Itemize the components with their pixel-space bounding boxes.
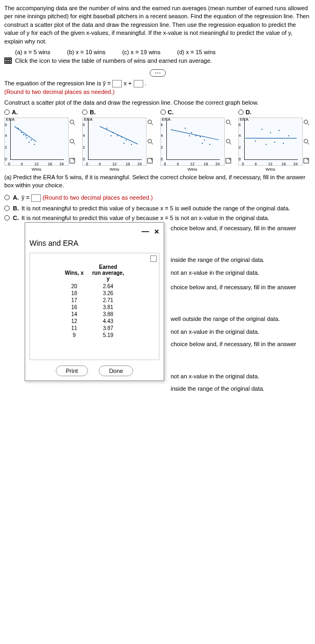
- svg-point-5: [148, 120, 152, 124]
- expand-icon[interactable]: [303, 158, 310, 164]
- part-a-text: (a) Predict the ERA for 5 wins, if it is…: [4, 173, 311, 190]
- fragment-text: not an x-value in the original data.: [171, 269, 311, 277]
- fragment-text: inside the range of the original data.: [171, 385, 311, 393]
- svg-point-7: [148, 140, 152, 143]
- graph-option-a[interactable]: A. ERA 0 6 12 18 24 0 2 4 6 Wins: [4, 109, 77, 166]
- svg-line-1: [74, 123, 75, 125]
- table-row: 95.19: [61, 332, 128, 339]
- svg-point-12: [226, 140, 230, 143]
- print-button[interactable]: Print: [56, 365, 89, 376]
- close-icon[interactable]: ✕: [154, 228, 159, 236]
- eq-post: .: [145, 80, 146, 86]
- opt-a-x: (a) x = 5 wins: [15, 49, 50, 55]
- magnifier-icon[interactable]: [303, 138, 310, 145]
- svg-line-18: [307, 143, 309, 144]
- magnifier-icon[interactable]: [147, 138, 153, 145]
- svg-point-2: [70, 140, 74, 143]
- svg-point-10: [226, 120, 230, 124]
- fragment-text: choice below and, if necessary, fill in …: [171, 340, 311, 348]
- round-note: (Round to two decimal places as needed.): [4, 89, 311, 95]
- radio-b[interactable]: [82, 109, 87, 115]
- answer-option-c[interactable]: C. It is not meaningful to predict this …: [4, 215, 311, 221]
- problem-intro: The accompanying data are the number of …: [4, 4, 311, 46]
- magnifier-icon[interactable]: [69, 138, 76, 145]
- magnifier-icon[interactable]: [225, 138, 232, 145]
- graph-option-b[interactable]: B. ERA 0 6 12 18 24 0 2 4 6 Wins: [82, 109, 155, 166]
- done-button[interactable]: Done: [99, 365, 133, 376]
- radio-c[interactable]: [160, 109, 166, 115]
- data-modal: — ✕ Wins and ERA Wins, x Earned run aver…: [25, 222, 164, 381]
- svg-line-13: [230, 143, 231, 144]
- col-header-era: Earned run average, y: [88, 263, 128, 283]
- radio-a[interactable]: [4, 109, 10, 115]
- svg-line-11: [230, 123, 231, 125]
- intercept-input[interactable]: [134, 80, 143, 87]
- click-icon-text: Click the icon to view the table of numb…: [15, 57, 212, 64]
- mini-graph-d: ERA 0 6 12 18 24 0 2 4 6 Wins: [238, 118, 303, 166]
- opt-b-x: (b) x = 10 wins: [67, 49, 106, 55]
- table-row: 163.81: [61, 304, 128, 311]
- slope-input[interactable]: [112, 80, 122, 87]
- expand-icon[interactable]: [69, 158, 76, 164]
- ellipsis-pill[interactable]: [150, 69, 166, 77]
- fragment-text: choice below and, if necessary, fill in …: [171, 224, 311, 232]
- label-a: A.: [12, 109, 18, 115]
- mini-graph-a: ERA 0 6 12 18 24 0 2 4 6 Wins: [4, 118, 69, 166]
- data-table-container: Wins, x Earned run average, y 202.64183.…: [30, 253, 159, 360]
- graph-option-d[interactable]: D. ERA 0 6 12 18 24 0 2 4 6 Wins: [238, 109, 311, 166]
- svg-point-0: [70, 120, 74, 124]
- scatter-prompt: Construct a scatter plot of the data and…: [4, 99, 311, 106]
- yhat-input[interactable]: [31, 194, 41, 202]
- svg-line-3: [74, 143, 75, 144]
- eq-mid: x +: [124, 80, 134, 86]
- obscured-text-fragments: choice below and, if necessary, fill in …: [171, 224, 311, 393]
- fragment-text: not an x-value in the original data.: [171, 328, 311, 336]
- table-row: 202.64: [61, 283, 128, 290]
- mini-graph-c: ERA 0 6 12 18 24 0 2 4 6 Wins: [160, 118, 225, 166]
- eq-pre: The equation of the regression line is ŷ…: [4, 80, 112, 86]
- minimize-icon[interactable]: —: [142, 227, 149, 236]
- equation-prompt: The equation of the regression line is ŷ…: [4, 80, 311, 87]
- copy-icon[interactable]: [150, 255, 157, 262]
- fragment-text: inside the range of the original data.: [171, 256, 311, 264]
- table-row: 143.88: [61, 311, 128, 318]
- mini-graph-b: ERA 0 6 12 18 24 0 2 4 6 Wins: [82, 118, 146, 166]
- radio-answer-c[interactable]: [4, 215, 10, 221]
- label-d: D.: [246, 109, 252, 115]
- svg-point-17: [304, 140, 307, 143]
- col-header-wins: Wins, x: [61, 263, 88, 283]
- svg-line-8: [151, 143, 153, 144]
- magnifier-icon[interactable]: [69, 119, 76, 126]
- table-row: 124.43: [61, 318, 128, 325]
- x-value-options: (a) x = 5 wins (b) x = 10 wins (c) x = 1…: [4, 49, 311, 55]
- table-icon[interactable]: [4, 57, 12, 64]
- radio-answer-a[interactable]: [4, 195, 10, 200]
- table-row: 113.87: [61, 325, 128, 332]
- label-c: C.: [168, 109, 174, 115]
- fragment-text: well outside the range of the original d…: [171, 315, 311, 323]
- fragment-text: not an x-value in the original data.: [171, 372, 311, 380]
- svg-line-16: [307, 123, 309, 125]
- graph-options-row: A. ERA 0 6 12 18 24 0 2 4 6 Wins: [4, 109, 311, 166]
- graph-option-c[interactable]: C. ERA 0 6 12 18 24 0 2 4 6 Wins: [160, 109, 233, 166]
- xlabel: Wins: [5, 167, 68, 172]
- radio-d[interactable]: [238, 109, 244, 115]
- magnifier-icon[interactable]: [225, 119, 232, 126]
- fragment-text: choice below and, if necessary, fill in …: [171, 283, 311, 291]
- magnifier-icon[interactable]: [147, 119, 153, 126]
- opt-d-x: (d) x = 15 wins: [177, 49, 216, 55]
- label-b: B.: [90, 109, 96, 115]
- svg-line-6: [151, 123, 153, 125]
- table-row: 183.26: [61, 290, 128, 297]
- answer-option-b[interactable]: B. It is not meaningful to predict this …: [4, 205, 311, 211]
- table-row: 172.71: [61, 297, 128, 304]
- magnifier-icon[interactable]: [303, 119, 310, 126]
- expand-icon[interactable]: [147, 158, 153, 164]
- opt-c-x: (c) x = 19 wins: [122, 49, 160, 55]
- answer-option-a[interactable]: A. ŷ = (Round to two decimal places as n…: [4, 194, 311, 202]
- radio-answer-b[interactable]: [4, 206, 10, 211]
- svg-point-15: [304, 120, 307, 124]
- expand-icon[interactable]: [225, 158, 232, 164]
- modal-title: Wins and ERA: [30, 239, 159, 247]
- data-table: Wins, x Earned run average, y 202.64183.…: [61, 263, 128, 339]
